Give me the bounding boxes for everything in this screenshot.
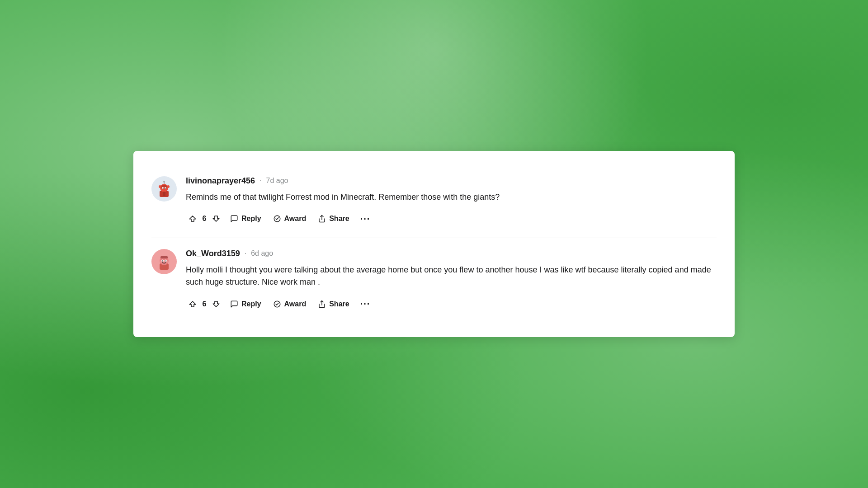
- downvote-button[interactable]: [209, 212, 223, 225]
- award-button[interactable]: Award: [269, 297, 311, 311]
- comments-card: livinonaprayer456 · 7d ago Reminds me of…: [133, 151, 735, 338]
- more-label: ···: [360, 214, 371, 224]
- more-label: ···: [360, 299, 371, 309]
- svg-point-10: [163, 181, 165, 183]
- share-label: Share: [329, 300, 349, 308]
- svg-point-20: [162, 260, 163, 261]
- svg-point-5: [163, 188, 164, 188]
- vote-section: 6: [186, 212, 223, 225]
- upvote-button[interactable]: [186, 212, 199, 225]
- svg-rect-11: [163, 192, 165, 196]
- comment-item: Ok_Word3159 · 6d ago Holly molli I thoug…: [151, 238, 717, 323]
- reply-label: Reply: [241, 300, 261, 308]
- comment-body: livinonaprayer456 · 7d ago Reminds me of…: [186, 176, 717, 227]
- comment-actions: 6 Reply: [186, 211, 717, 227]
- more-button[interactable]: ···: [357, 211, 374, 227]
- award-button[interactable]: Award: [269, 212, 311, 225]
- award-label: Award: [284, 215, 307, 223]
- svg-point-8: [167, 185, 170, 188]
- comment-header: livinonaprayer456 · 7d ago: [186, 176, 717, 186]
- comment-header: Ok_Word3159 · 6d ago: [186, 249, 717, 258]
- avatar: [151, 249, 177, 274]
- vote-count: 6: [201, 300, 208, 308]
- comment-text: Reminds me of that twilight Forrest mod …: [186, 191, 717, 204]
- share-button[interactable]: Share: [313, 297, 354, 311]
- vote-section: 6: [186, 297, 223, 311]
- reply-button[interactable]: Reply: [226, 212, 266, 225]
- upvote-button[interactable]: [186, 297, 199, 311]
- svg-point-23: [166, 260, 168, 263]
- vote-count: 6: [201, 215, 208, 223]
- svg-point-6: [165, 188, 166, 188]
- reply-label: Reply: [241, 215, 261, 223]
- timestamp: 6d ago: [251, 249, 273, 258]
- reply-button[interactable]: Reply: [226, 297, 266, 311]
- share-button[interactable]: Share: [313, 212, 354, 225]
- award-label: Award: [284, 300, 307, 308]
- timestamp: 7d ago: [266, 177, 288, 185]
- username: livinonaprayer456: [186, 176, 255, 186]
- svg-point-22: [160, 260, 162, 263]
- comment-item: livinonaprayer456 · 7d ago Reminds me of…: [151, 165, 717, 238]
- comment-text: Holly molli I thought you were talking a…: [186, 264, 717, 289]
- svg-rect-17: [160, 256, 168, 258]
- share-label: Share: [329, 215, 349, 223]
- more-button[interactable]: ···: [357, 296, 374, 312]
- comment-actions: 6 Reply: [186, 296, 717, 312]
- downvote-button[interactable]: [209, 297, 223, 311]
- comment-body: Ok_Word3159 · 6d ago Holly molli I thoug…: [186, 249, 717, 312]
- username: Ok_Word3159: [186, 249, 240, 258]
- svg-point-7: [159, 185, 161, 188]
- avatar: [151, 176, 177, 202]
- separator: ·: [245, 249, 246, 258]
- separator: ·: [259, 177, 261, 185]
- svg-point-2: [161, 185, 167, 189]
